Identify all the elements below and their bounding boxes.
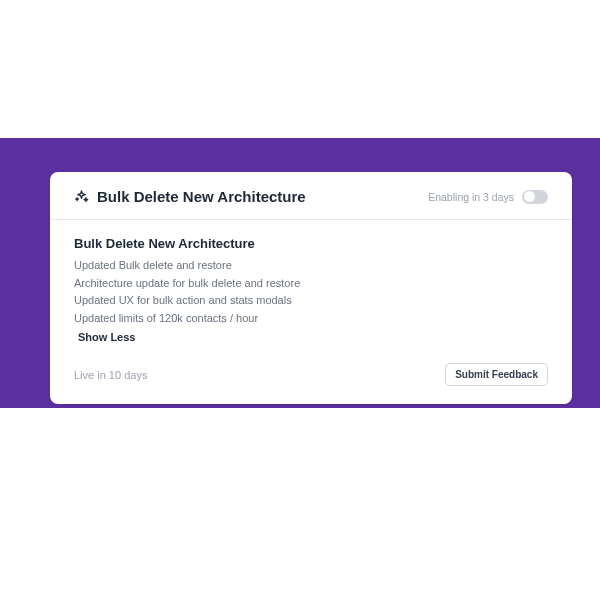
sparkle-icon: [74, 189, 89, 204]
body-title: Bulk Delete New Architecture: [74, 236, 548, 251]
feature-card: Bulk Delete New Architecture Enabling in…: [50, 172, 572, 404]
enabling-label: Enabling in 3 days: [428, 191, 514, 203]
show-less-button[interactable]: Show Less: [78, 331, 135, 343]
enable-toggle[interactable]: [522, 190, 548, 204]
body-line: Architecture update for bulk delete and …: [74, 275, 548, 293]
body-line: Updated limits of 120k contacts / hour: [74, 310, 548, 328]
card-title: Bulk Delete New Architecture: [97, 188, 306, 205]
card-footer: Live in 10 days Submit Feedback: [50, 353, 572, 404]
live-in-label: Live in 10 days: [74, 369, 147, 381]
submit-feedback-button[interactable]: Submit Feedback: [445, 363, 548, 386]
card-body: Bulk Delete New Architecture Updated Bul…: [50, 220, 572, 353]
card-header: Bulk Delete New Architecture Enabling in…: [50, 172, 572, 220]
card-header-left: Bulk Delete New Architecture: [74, 188, 306, 205]
body-line: Updated UX for bulk action and stats mod…: [74, 292, 548, 310]
card-header-right: Enabling in 3 days: [428, 190, 548, 204]
body-line: Updated Bulk delete and restore: [74, 257, 548, 275]
